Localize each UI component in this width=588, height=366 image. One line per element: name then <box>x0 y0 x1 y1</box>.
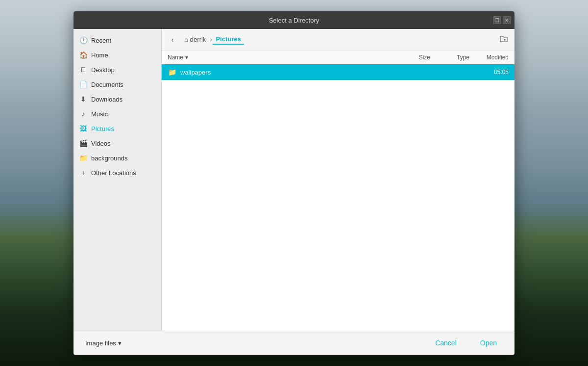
sidebar: 🕐 Recent 🏠 Home 🗒 Desktop 📄 Documents ⬇ … <box>74 29 162 331</box>
sidebar-label-pictures: Pictures <box>91 125 114 132</box>
close-button[interactable]: ✕ <box>503 16 511 24</box>
file-name: wallpapers <box>180 69 469 76</box>
new-folder-button[interactable] <box>497 33 511 47</box>
sidebar-item-music[interactable]: ♪ Music <box>74 106 161 121</box>
filter-icon: ▾ <box>118 340 122 347</box>
back-icon: ‹ <box>172 36 174 44</box>
file-row-wallpapers[interactable]: 📁 wallpapers 05:05 <box>162 64 514 80</box>
title-bar-buttons: ❐ ✕ <box>493 16 511 24</box>
column-name[interactable]: Name ▾ <box>168 54 391 61</box>
cancel-button[interactable]: Cancel <box>425 336 466 350</box>
breadcrumb-pictures-label: Pictures <box>216 35 241 43</box>
breadcrumb-derrik-label: derrik <box>190 36 206 43</box>
file-list: 📁 wallpapers 05:05 <box>162 64 514 331</box>
sidebar-label-home: Home <box>91 52 108 59</box>
filter-dropdown[interactable]: Image files ▾ <box>81 338 125 349</box>
sidebar-label-backgrounds: backgrounds <box>91 155 127 162</box>
main-area: ‹ ⌂ derrik › Pictures <box>162 29 514 331</box>
sidebar-label-documents: Documents <box>91 81 123 88</box>
sidebar-item-backgrounds[interactable]: 📁 backgrounds <box>74 151 161 165</box>
breadcrumb-pictures[interactable]: Pictures <box>213 34 244 45</box>
bottom-buttons: Cancel Open <box>425 336 507 350</box>
sidebar-item-videos[interactable]: 🎬 Videos <box>74 136 161 151</box>
sidebar-item-other-locations[interactable]: + Other Locations <box>74 165 161 180</box>
sidebar-label-downloads: Downloads <box>91 96 122 103</box>
sort-icon: ▾ <box>185 54 188 61</box>
home-icon: 🏠 <box>79 51 87 59</box>
sidebar-item-documents[interactable]: 📄 Documents <box>74 77 161 92</box>
bottom-bar: Image files ▾ Cancel Open <box>74 331 514 355</box>
videos-icon: 🎬 <box>79 139 87 147</box>
file-list-header: Name ▾ Size Type Modified <box>162 51 514 64</box>
sidebar-item-home[interactable]: 🏠 Home <box>74 48 161 62</box>
sidebar-label-recent: Recent <box>91 37 111 44</box>
column-modified[interactable]: Modified <box>469 54 509 61</box>
back-button[interactable]: ‹ <box>166 33 179 47</box>
breadcrumb-home[interactable]: ⌂ derrik <box>181 35 209 44</box>
sidebar-item-desktop[interactable]: 🗒 Desktop <box>74 62 161 77</box>
title-bar: Select a Directory ❐ ✕ <box>74 11 514 29</box>
sidebar-label-music: Music <box>91 110 108 118</box>
folder-icon: 📁 <box>168 68 176 76</box>
plus-icon: + <box>79 169 87 177</box>
select-directory-dialog: Select a Directory ❐ ✕ 🕐 Recent 🏠 Home 🗒… <box>74 11 514 355</box>
open-button[interactable]: Open <box>470 336 507 350</box>
filter-label: Image files <box>85 340 116 347</box>
file-modified: 05:05 <box>469 69 509 76</box>
home-icon: ⌂ <box>184 36 188 43</box>
new-folder-icon <box>499 34 508 45</box>
sidebar-item-downloads[interactable]: ⬇ Downloads <box>74 92 161 106</box>
documents-icon: 📄 <box>79 80 87 88</box>
column-type[interactable]: Type <box>430 54 469 61</box>
downloads-icon: ⬇ <box>79 95 87 103</box>
pictures-icon: 🖼 <box>79 125 87 132</box>
music-icon: ♪ <box>79 110 87 118</box>
dialog-title: Select a Directory <box>269 17 319 24</box>
restore-button[interactable]: ❐ <box>493 16 501 24</box>
sidebar-item-recent[interactable]: 🕐 Recent <box>74 33 161 48</box>
sidebar-item-pictures[interactable]: 🖼 Pictures <box>74 121 161 136</box>
desktop-icon: 🗒 <box>79 66 87 74</box>
breadcrumb: ⌂ derrik › Pictures <box>181 34 495 45</box>
sidebar-label-videos: Videos <box>91 140 111 147</box>
toolbar: ‹ ⌂ derrik › Pictures <box>162 29 514 51</box>
column-size[interactable]: Size <box>391 54 430 61</box>
backgrounds-icon: 📁 <box>79 154 87 162</box>
content-area: 🕐 Recent 🏠 Home 🗒 Desktop 📄 Documents ⬇ … <box>74 29 514 331</box>
recent-icon: 🕐 <box>79 36 87 44</box>
breadcrumb-separator: › <box>210 36 212 43</box>
other-locations-label: Other Locations <box>91 169 136 177</box>
sidebar-label-desktop: Desktop <box>91 66 115 74</box>
